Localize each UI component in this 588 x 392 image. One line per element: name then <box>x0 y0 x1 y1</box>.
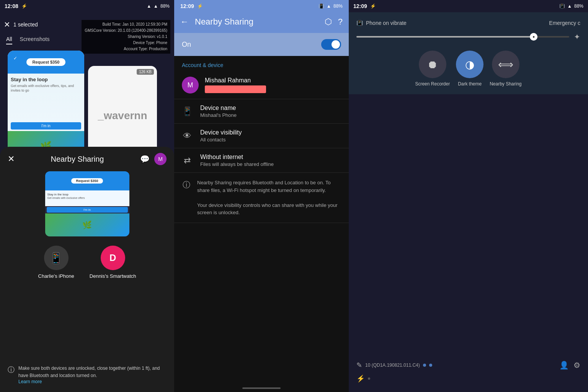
account-info: Mishaal Rahman <box>205 77 341 93</box>
nearby-footer-text: Make sure both devices are unlocked, clo… <box>18 366 160 378</box>
size-badge: 126 KB <box>137 69 154 75</box>
without-internet-item[interactable]: ⇄ Without internet Files will always be … <box>174 148 349 173</box>
vibrate-icon-right: 📳 <box>559 3 565 9</box>
nearby-preview-body: Stay in the loopGet emails with exclusiv… <box>45 190 129 206</box>
lightning-icon-middle: ⚡ <box>197 3 203 9</box>
app-card-title: Stay in the loop <box>11 77 81 82</box>
nearby-header: ✕ Nearby Sharing 💬 M <box>0 147 174 168</box>
wifi-icon-right: ▲ <box>567 3 572 9</box>
nearby-preview-text: Stay in the loopGet emails with exclusiv… <box>47 193 127 200</box>
nearby-title: Nearby Sharing <box>51 155 104 164</box>
nearby-avatar[interactable]: M <box>154 153 167 165</box>
build-info-text: 10 (QD1A.190821.011.C4) <box>365 362 420 368</box>
device-name-content: Device name Mishaal's Phone <box>200 105 341 118</box>
info-icon: ⓘ <box>182 180 191 190</box>
nearby-sharing-qs-label: Nearby Sharing <box>490 81 521 87</box>
app-card[interactable]: ✓ Request $350 Stay in the loop Get emai… <box>8 51 84 162</box>
brightness-icon[interactable]: ✦ <box>574 32 580 41</box>
device-name-item[interactable]: 📱 Device name Mishaal's Phone <box>174 99 349 124</box>
tab-all[interactable]: All <box>6 34 12 44</box>
without-internet-value: Files will always be shared offline <box>200 161 341 167</box>
lightning-icon-right: ⚡ <box>370 3 376 9</box>
app-card-header: Request $350 <box>8 51 84 74</box>
build-info: Build Time: Jan 10, 2020 12:59:30 PM GMS… <box>82 20 170 54</box>
brightness-thumb-icon: ✦ <box>532 35 535 39</box>
vibrate-row: 📳 Phone on vibrate <box>356 20 407 26</box>
device-icon-watch: D <box>101 246 125 270</box>
device-name-value: Mishaal's Phone <box>200 112 341 118</box>
app-card-body: Stay in the loop Get emails with exclusi… <box>8 74 84 121</box>
tab-screenshots[interactable]: Screenshots <box>20 34 50 44</box>
learn-more-link[interactable]: Learn more <box>18 379 167 384</box>
dot-2 <box>429 364 432 367</box>
wifi-transfer-icon: ⇄ <box>182 156 193 166</box>
qs-action-icons: 👤 ⚙ <box>559 361 580 370</box>
device-dennis-watch[interactable]: D Dennis's Smartwatch <box>90 246 136 280</box>
nearby-preview-cta: I'm in <box>47 207 128 213</box>
toggle-row[interactable]: On <box>174 33 349 56</box>
app-card-text: Get emails with exclusive offers, tips, … <box>11 84 81 93</box>
battery-middle: 88% <box>333 3 343 9</box>
pencil-icon: ✎ <box>356 361 362 369</box>
panel-middle: 12:09 ⚡ 📳 ▲ 88% ← Nearby Sharing ⬡ ? On … <box>174 0 349 392</box>
without-internet-label: Without internet <box>200 154 341 161</box>
panel-right: 12:09 ⚡ 📳 ▲ 88% 📳 Phone on vibrate Emerg… <box>349 0 588 392</box>
header-share-icon[interactable]: ⬡ <box>325 17 332 27</box>
qs-bottom-second: ⚡ <box>356 373 580 384</box>
header-help-icon[interactable]: ? <box>338 17 343 27</box>
status-bar-right: 12:09 ⚡ 📳 ▲ 88% <box>349 0 588 12</box>
time-left: 12:08 <box>5 3 18 9</box>
wifi-icon-middle: ▲ <box>327 3 331 9</box>
account-item[interactable]: M Mishaal Rahman <box>174 71 349 99</box>
request-btn: Request $350 <box>26 58 66 66</box>
nearby-sharing-overlay: ✕ Nearby Sharing 💬 M Request $350 Stay i… <box>0 147 174 392</box>
device-icon-iphone: 📱 <box>44 246 69 270</box>
user-icon[interactable]: 👤 <box>559 361 569 370</box>
middle-header-icons: ⬡ ? <box>325 17 343 27</box>
nearby-devices: 📱 Charlie's iPhone D Dennis's Smartwatch <box>0 239 174 286</box>
bottom-nav-bar <box>242 387 281 389</box>
build-info-row: ✎ 10 (QD1A.190821.011.C4) <box>356 361 432 369</box>
device-visibility-value: All contacts <box>200 137 341 143</box>
brightness-fill <box>356 36 537 38</box>
device-visibility-item[interactable]: 👁 Device visibility All contacts <box>174 124 349 148</box>
vibrate-icon-middle: 📳 <box>318 3 324 9</box>
qs-tile-nearby-sharing[interactable]: ⟺ Nearby Sharing <box>490 51 521 87</box>
device-icon: 📱 <box>182 107 193 116</box>
nearby-chat-icon[interactable]: 💬 <box>140 154 150 164</box>
info-text: Nearby Sharing requires Bluetooth and Lo… <box>197 179 341 217</box>
recent-apps-area: Build Time: Jan 10, 2020 12:59:30 PM GMS… <box>0 12 174 158</box>
battery-left: 88% <box>160 3 170 9</box>
qs-tile-screen-recorder[interactable]: ⏺ Screen Recorder <box>415 51 450 87</box>
nearby-footer: ⓘ Make sure both devices are unlocked, c… <box>0 360 174 392</box>
account-email-input[interactable] <box>205 85 266 93</box>
qs-top-row: 📳 Phone on vibrate Emergency c <box>356 17 580 29</box>
middle-header: ← Nearby Sharing ⬡ ? <box>174 12 349 33</box>
nearby-footer-info-icon: ⓘ <box>8 365 15 374</box>
nearby-icons: 💬 M <box>140 153 167 165</box>
dark-theme-label: Dark theme <box>458 81 482 87</box>
back-button[interactable]: ← <box>180 17 189 27</box>
info-text-2: Your device visibility controls who can … <box>197 202 341 217</box>
check-badge: ✓ <box>11 54 20 63</box>
close-nearby-icon[interactable]: ✕ <box>8 154 15 164</box>
app-card-cta: I'm in <box>11 122 81 130</box>
device-visibility-label: Device visibility <box>200 129 341 136</box>
brightness-slider[interactable]: ✦ <box>356 36 569 38</box>
close-selected-icon[interactable]: ✕ <box>4 20 10 29</box>
section-header: Account & device <box>174 56 349 71</box>
qs-bottom: ✎ 10 (QD1A.190821.011.C4) 👤 ⚙ ⚡ <box>349 353 588 392</box>
account-avatar: M <box>182 77 199 93</box>
brightness-row: ✦ ✦ <box>356 29 580 44</box>
qs-tile-dark-theme[interactable]: ◑ Dark theme <box>456 51 483 87</box>
info-section: ⓘ Nearby Sharing requires Bluetooth and … <box>174 173 349 223</box>
nearby-toggle[interactable] <box>321 39 341 50</box>
toggle-label: On <box>182 41 191 49</box>
time-middle: 12:09 <box>180 3 194 9</box>
settings-icon[interactable]: ⚙ <box>573 361 580 370</box>
device-charlies-iphone[interactable]: 📱 Charlie's iPhone <box>38 246 74 280</box>
selected-badge: ✕ 1 selected <box>4 20 38 29</box>
nearby-sharing-qs-icon: ⟺ <box>492 51 519 78</box>
bg-card-text: _wavernn <box>98 110 147 122</box>
status-bar-middle: 12:09 ⚡ 📳 ▲ 88% <box>174 0 349 12</box>
